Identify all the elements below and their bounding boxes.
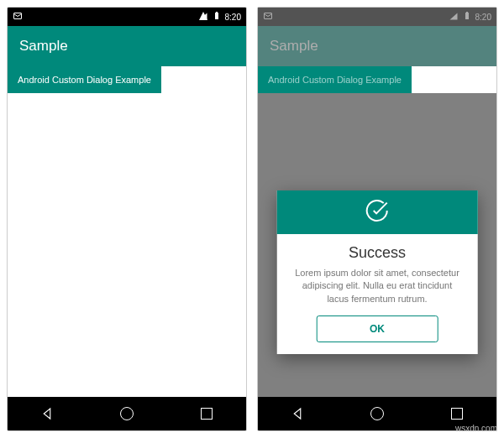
nav-recent[interactable] <box>436 401 478 426</box>
tab-row: Android Custom Dialog Example <box>258 66 496 93</box>
tab-custom-dialog[interactable]: Android Custom Dialog Example <box>8 66 161 93</box>
nav-home[interactable] <box>356 401 398 426</box>
app-bar: Sample <box>258 26 496 66</box>
phone-screen-1: 8:20 Sample Android Custom Dialog Exampl… <box>7 7 247 431</box>
nav-back[interactable] <box>26 401 68 426</box>
tab-row: Android Custom Dialog Example <box>8 66 246 93</box>
signal-icon <box>198 11 208 23</box>
content-area <box>8 93 246 397</box>
status-time: 8:20 <box>225 13 241 22</box>
check-circle-icon <box>364 197 391 227</box>
battery-icon <box>462 11 472 23</box>
nav-back[interactable] <box>276 401 318 426</box>
dialog-message: Lorem ipsum dolor sit amet, consectetur … <box>291 267 465 305</box>
battery-icon <box>212 11 222 23</box>
dialog-body: Success Lorem ipsum dolor sit amet, cons… <box>277 234 478 354</box>
svg-rect-4 <box>465 13 469 19</box>
nav-bar <box>8 397 246 430</box>
mail-icon <box>13 11 23 23</box>
phone-screen-2: 8:20 Sample Android Custom Dialog Exampl… <box>257 7 497 431</box>
tab-custom-dialog[interactable]: Android Custom Dialog Example <box>258 66 412 93</box>
status-bar: 8:20 <box>8 8 246 26</box>
app-title: Sample <box>19 38 68 55</box>
watermark: wsxdn.com <box>455 424 497 433</box>
app-title: Sample <box>270 38 318 55</box>
svg-rect-1 <box>215 13 218 19</box>
mail-icon <box>263 11 273 23</box>
nav-recent[interactable] <box>186 401 228 426</box>
ok-button[interactable]: OK <box>317 315 438 342</box>
svg-rect-2 <box>216 12 218 13</box>
dialog-title: Success <box>291 244 465 262</box>
dialog-header <box>277 190 478 234</box>
svg-rect-5 <box>466 12 468 13</box>
status-bar: 8:20 <box>258 8 496 26</box>
success-dialog: Success Lorem ipsum dolor sit amet, cons… <box>277 190 478 354</box>
signal-icon <box>449 11 459 23</box>
status-time: 8:20 <box>475 13 491 22</box>
app-bar: Sample <box>8 26 246 66</box>
nav-home[interactable] <box>106 401 148 426</box>
content-area: Success Lorem ipsum dolor sit amet, cons… <box>258 93 496 397</box>
